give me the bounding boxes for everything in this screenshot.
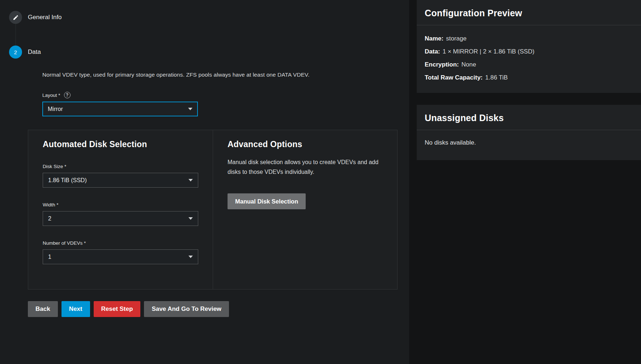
configuration-preview-title: Configuration Preview (425, 8, 633, 18)
number-of-vdevs-select-value: 1 (48, 254, 51, 260)
layout-select[interactable]: Mirror (42, 102, 198, 116)
automated-disk-selection-section: Automated Disk Selection Disk Size * 1.8… (28, 130, 213, 289)
preview-row-encryption: Encryption:None (425, 58, 633, 71)
chevron-down-icon (188, 108, 192, 110)
width-select[interactable]: 2 (43, 211, 198, 226)
chevron-down-icon (188, 256, 193, 258)
layout-label: Layout * (42, 93, 60, 98)
chevron-down-icon (188, 179, 193, 181)
pencil-icon (13, 14, 19, 21)
disk-size-select-value: 1.86 TiB (SSD) (48, 177, 87, 184)
step-data[interactable]: 2 Data (9, 46, 409, 59)
reset-step-button[interactable]: Reset Step (94, 301, 141, 317)
data-vdev-description: Normal VDEV type, used for primary stora… (42, 72, 409, 78)
step-general-info[interactable]: General Info (9, 0, 409, 24)
number-of-vdevs-select[interactable]: 1 (43, 249, 198, 264)
unassigned-disks-body: No disks available. (417, 130, 641, 160)
advanced-options-title: Advanced Options (228, 140, 383, 149)
disk-selection-panel: Automated Disk Selection Disk Size * 1.8… (28, 130, 398, 290)
automated-disk-selection-title: Automated Disk Selection (43, 140, 213, 149)
step-number-badge: 2 (9, 46, 22, 59)
preview-sidebar: Configuration Preview Name:storage Data:… (409, 0, 641, 364)
manual-disk-selection-button[interactable]: Manual Disk Selection (228, 193, 306, 209)
data-step-content: Normal VDEV type, used for primary stora… (42, 72, 409, 116)
width-select-value: 2 (48, 215, 51, 222)
wizard-actions: Back Next Reset Step Save And Go To Revi… (28, 301, 409, 317)
edit-step-circle (9, 11, 22, 24)
advanced-options-description: Manual disk selection allows you to crea… (228, 157, 383, 177)
disk-size-label: Disk Size * (43, 164, 213, 169)
stepper-connector (16, 24, 16, 46)
wizard-main: General Info 2 Data Normal VDEV type, us… (0, 0, 409, 364)
help-icon[interactable]: ? (64, 92, 71, 98)
no-disks-message: No disks available. (425, 137, 633, 151)
preview-row-data: Data:1 × MIRROR | 2 × 1.86 TiB (SSD) (425, 45, 633, 58)
save-and-go-to-review-button[interactable]: Save And Go To Review (144, 301, 229, 317)
preview-row-name: Name:storage (425, 32, 633, 45)
configuration-preview-body: Name:storage Data:1 × MIRROR | 2 × 1.86 … (417, 25, 641, 93)
pool-creation-wizard: General Info 2 Data Normal VDEV type, us… (0, 0, 641, 364)
disk-size-select[interactable]: 1.86 TiB (SSD) (43, 173, 198, 188)
width-label: Width * (43, 202, 213, 207)
back-button[interactable]: Back (28, 301, 58, 317)
unassigned-disks-title: Unassigned Disks (425, 113, 633, 123)
next-button[interactable]: Next (61, 301, 90, 317)
step-data-label: Data (28, 48, 41, 56)
chevron-down-icon (188, 217, 193, 220)
number-of-vdevs-label: Number of VDEVs * (43, 240, 213, 246)
step-general-info-label: General Info (28, 14, 62, 21)
preview-row-total-raw-capacity: Total Raw Capacity:1.86 TiB (425, 71, 633, 84)
unassigned-disks-card: Unassigned Disks No disks available. (417, 105, 641, 160)
advanced-options-section: Advanced Options Manual disk selection a… (213, 130, 397, 289)
configuration-preview-card: Configuration Preview Name:storage Data:… (417, 0, 641, 93)
layout-select-value: Mirror (48, 106, 63, 112)
